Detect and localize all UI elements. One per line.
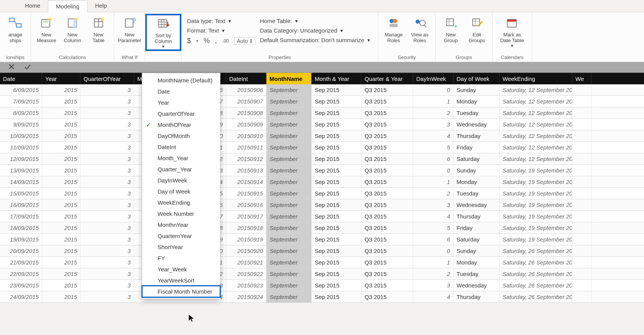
- sort-menu-item[interactable]: Year: [142, 97, 220, 108]
- cell-monthyear: Sep 2015: [312, 234, 361, 245]
- cell-weekending: Saturday, 19 September 20: [499, 199, 572, 210]
- table-row[interactable]: 11/09/2015 2015 3 1 20150911 September S…: [0, 142, 644, 153]
- new-group-label: New Group: [444, 32, 458, 44]
- col-quarterofyear[interactable]: QuarterOfYear: [80, 73, 134, 84]
- table-row[interactable]: 10/09/2015 2015 3 0 20150910 September S…: [0, 130, 644, 142]
- col-quarteryear[interactable]: Quarter & Year: [361, 73, 413, 84]
- table-row[interactable]: 12/09/2015 2015 3 2 20150912 September S…: [0, 153, 644, 165]
- decimals-button[interactable]: .00: [222, 38, 229, 44]
- sort-menu-item[interactable]: Fiscal Month Number: [142, 286, 220, 297]
- table-row[interactable]: 13/09/2015 2015 3 3 20150913 September S…: [0, 165, 644, 176]
- col-date[interactable]: Date: [0, 73, 42, 84]
- table-row[interactable]: 6/09/2015 2015 3 6 20150906 September Se…: [0, 84, 644, 96]
- table-row[interactable]: 17/09/2015 2015 3 7 20150917 September S…: [0, 211, 644, 222]
- sort-menu-item[interactable]: DayInWeek: [142, 175, 220, 186]
- cell-qoy: 3: [80, 199, 134, 210]
- cell-qoy: 3: [80, 107, 134, 118]
- new-parameter-button[interactable]: ? New Parameter: [117, 15, 143, 44]
- svg-rect-34: [507, 20, 516, 21]
- cell-qoy: 3: [80, 119, 134, 130]
- percent-button[interactable]: %: [204, 37, 210, 45]
- cell-qoy: 3: [80, 165, 134, 176]
- new-column-label: New Column: [64, 32, 81, 44]
- sort-by-column-button[interactable]: Sort by Column ▼: [146, 15, 181, 50]
- new-table-button[interactable]: New Table: [85, 15, 112, 44]
- col-dayofweek[interactable]: Day of Week: [453, 73, 499, 84]
- cell-year: 2015: [42, 291, 80, 302]
- cell-dayofweek: Sunday: [453, 165, 499, 176]
- new-column-button[interactable]: New Column: [59, 15, 85, 44]
- table-row[interactable]: 21/09/2015 2015 3 1 20150921 September S…: [0, 257, 644, 268]
- auto-stepper[interactable]: Auto ▲▼: [234, 37, 256, 45]
- sort-menu-item[interactable]: WeekEnding: [142, 197, 220, 208]
- cancel-formula-button[interactable]: [8, 63, 15, 72]
- col-dayinweek[interactable]: DayInWeek: [413, 73, 453, 84]
- formula-input[interactable]: [39, 62, 644, 72]
- table-row[interactable]: 14/09/2015 2015 3 4 20150914 September S…: [0, 176, 644, 188]
- cell-year: 2015: [42, 245, 80, 256]
- col-monthyear[interactable]: Month & Year: [312, 73, 361, 84]
- cell-quarteryear: Q3 2015: [361, 199, 413, 210]
- sort-menu-item[interactable]: Date: [142, 86, 220, 97]
- cell-wk: [572, 84, 591, 95]
- col-dateint[interactable]: DateInt: [226, 73, 266, 84]
- sort-menu-item[interactable]: ShortYear: [142, 241, 220, 253]
- cell-qoy: 3: [80, 142, 134, 153]
- mark-as-date-table-button[interactable]: Mark as Date Table ▼: [495, 15, 529, 49]
- cell-year: 2015: [42, 188, 80, 199]
- table-row[interactable]: 19/09/2015 2015 3 9 20150919 September S…: [0, 234, 644, 245]
- sort-menu-item[interactable]: Day of Week: [142, 186, 220, 197]
- svg-text:＋: ＋: [453, 22, 458, 29]
- table-row[interactable]: 20/09/2015 2015 3 0 20150920 September S…: [0, 245, 644, 257]
- home-table-dropdown[interactable]: Home Table:▼: [260, 18, 376, 24]
- sort-menu-item[interactable]: Quarter_Year: [142, 164, 220, 175]
- cell-quarteryear: Q3 2015: [361, 222, 413, 233]
- table-row[interactable]: 23/09/2015 2015 3 3 20150923 September S…: [0, 280, 644, 291]
- sort-menu-item[interactable]: MonthnYear: [142, 219, 220, 230]
- table-row[interactable]: 18/09/2015 2015 3 8 20150918 September S…: [0, 222, 644, 234]
- manage-relationships-button[interactable]: anage ships: [2, 15, 28, 44]
- view-as-roles-button[interactable]: View as Roles: [407, 15, 433, 44]
- accept-formula-button[interactable]: [24, 63, 31, 72]
- cell-qoy: 3: [80, 130, 134, 141]
- table-row[interactable]: 9/09/2015 2015 3 9 20150909 September Se…: [0, 119, 644, 130]
- sort-menu-item[interactable]: Week Number: [142, 208, 220, 219]
- cell-dayofweek: Tuesday: [453, 188, 499, 199]
- tab-help[interactable]: Help: [87, 0, 115, 12]
- table-row[interactable]: 24/09/2015 2015 3 4 20150924 September S…: [0, 291, 644, 303]
- sort-menu-item[interactable]: FY: [142, 253, 220, 264]
- table-row[interactable]: 8/09/2015 2015 3 8 20150908 September Se…: [0, 107, 644, 119]
- sort-menu-item[interactable]: MonthName (Default): [142, 75, 220, 86]
- col-year[interactable]: Year: [42, 73, 80, 84]
- col-monthname[interactable]: MonthName: [266, 73, 312, 84]
- sort-by-column-label: Sort by Column: [155, 33, 172, 44]
- table-row[interactable]: 7/09/2015 2015 3 7 20150907 September Se…: [0, 96, 644, 107]
- table-row[interactable]: 15/09/2015 2015 3 5 20150915 September S…: [0, 188, 644, 199]
- cell-wk: [572, 211, 591, 222]
- sort-menu-item[interactable]: Year_Week: [142, 264, 220, 275]
- cell-dayinweek: 3: [413, 119, 453, 130]
- data-type-dropdown[interactable]: Data type: Text▼: [187, 18, 257, 24]
- default-summarization-dropdown[interactable]: Default Summarization: Don't summarize▼: [260, 37, 376, 43]
- table-row[interactable]: 16/09/2015 2015 3 6 20150916 September S…: [0, 199, 644, 211]
- tab-home[interactable]: Home: [17, 0, 48, 12]
- sort-menu-item[interactable]: QuarterOfYear: [142, 108, 220, 119]
- table-row[interactable]: 22/09/2015 2015 3 2 20150922 September S…: [0, 268, 644, 280]
- sort-menu-item[interactable]: QuarternYear: [142, 230, 220, 241]
- sort-menu-item[interactable]: DayOfMonth: [142, 130, 220, 141]
- format-dropdown[interactable]: Format: Text▼: [187, 27, 257, 34]
- sort-menu-item[interactable]: YearWeekSort: [142, 275, 220, 286]
- currency-button[interactable]: $: [187, 37, 191, 45]
- col-weekending[interactable]: WeekEnding: [499, 73, 572, 84]
- comma-button[interactable]: ,: [215, 37, 217, 45]
- col-week[interactable]: We: [572, 73, 591, 84]
- new-group-button[interactable]: ＋ New Group: [438, 15, 464, 44]
- sort-menu-item[interactable]: Month_Year: [142, 153, 220, 164]
- data-category-dropdown[interactable]: Data Category: Uncategorized▼: [260, 27, 376, 34]
- edit-groups-button[interactable]: Edit Groups: [464, 15, 490, 44]
- new-measure-button[interactable]: New Measure: [33, 15, 59, 44]
- sort-menu-item[interactable]: DateInt: [142, 141, 220, 153]
- manage-roles-button[interactable]: Manage Roles: [381, 15, 407, 44]
- tab-modeling[interactable]: Modeling: [48, 0, 87, 12]
- sort-menu-item[interactable]: ✓MonthOfYear: [142, 119, 220, 130]
